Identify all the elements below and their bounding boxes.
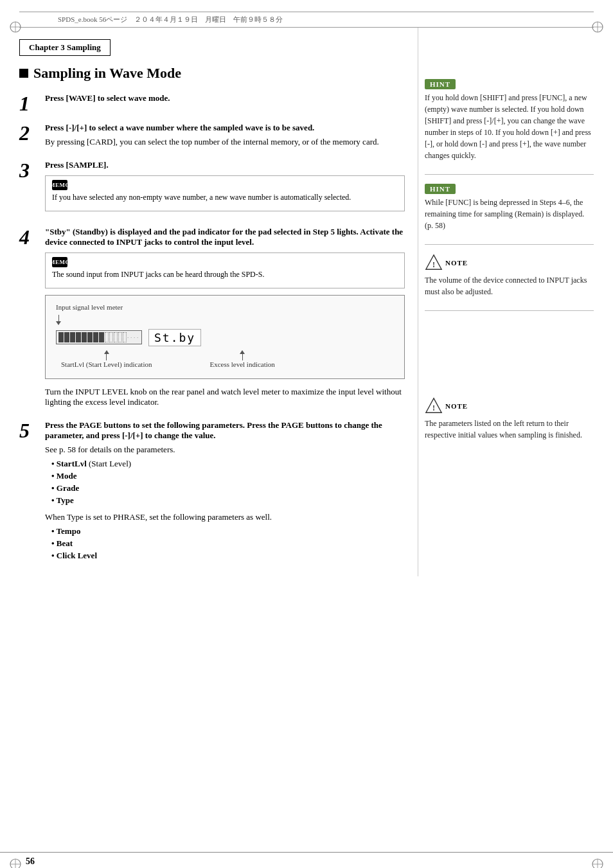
step-2-content: Press [-]/[+] to select a wave number wh…	[45, 123, 405, 151]
hint-label-1: HINT	[425, 79, 456, 89]
hint-text-1: If you hold down [SHIFT] and press [FUNC…	[425, 92, 594, 161]
step-3-memo-text: If you have selected any non-empty wave …	[52, 192, 398, 203]
reg-mark-tr	[591, 21, 604, 33]
step-4-body: Turn the INPUT LEVEL knob on the rear pa…	[45, 387, 405, 407]
page-footer: 56	[0, 852, 613, 867]
step-5-bullets1: StartLvl (Start Level) Mode Grade Type	[51, 459, 405, 506]
step-2-body: By pressing [CARD], you can select the t…	[45, 137, 405, 147]
diagram-label-top: Input signal level meter	[56, 303, 394, 311]
note-label-2: NOTE	[445, 402, 468, 410]
step-4-instruction: "Stby" (Standby) is displayed and the pa…	[45, 227, 403, 247]
bullet-mode: Mode	[51, 471, 405, 481]
chapter-box: Chapter 3 Sampling	[19, 39, 111, 56]
note-text-1: The volume of the device connected to IN…	[425, 274, 594, 297]
step-2: 2 Press [-]/[+] to select a wave number …	[19, 123, 405, 151]
level-diagram: Input signal level meter	[45, 295, 405, 379]
step-5-bullets2: Tempo Beat Click Level	[51, 526, 405, 561]
hint-text-2: While [FUNC] is being depressed in Steps…	[425, 197, 594, 231]
note-label-1: NOTE	[445, 259, 468, 267]
step-3-num: 3	[19, 160, 39, 181]
step-3-content: Press [SAMPLE]. MEMO If you have selecte…	[45, 160, 405, 218]
memo-icon: MEMO	[52, 180, 67, 190]
level-meter-row: · · · · St.by	[56, 329, 394, 346]
bullet-click-level: Click Level	[51, 551, 405, 561]
step-1-content: Press [WAVE] to select wave mode.	[45, 93, 405, 107]
step-5: 5 Press the PAGE buttons to set the foll…	[19, 420, 405, 567]
bullet-type: Type	[51, 495, 405, 506]
divider-3	[425, 310, 594, 311]
divider-2	[425, 244, 594, 245]
divider-1	[425, 174, 594, 175]
start-lvl-label: StartLvl (Start Level) indication	[61, 360, 152, 368]
step-5-content: Press the PAGE buttons to set the follow…	[45, 420, 405, 567]
hint-label-2: HINT	[425, 184, 456, 194]
hint-box-2: HINT While [FUNC] is being depressed in …	[425, 184, 594, 231]
step-4-memo: MEMO The sound input from INPUT jacks ca…	[45, 252, 405, 288]
step-3: 3 Press [SAMPLE]. MEMO If you have selec…	[19, 160, 405, 218]
svg-text:!: !	[432, 403, 435, 412]
svg-text:!: !	[432, 260, 435, 269]
bullet-beat: Beat	[51, 538, 405, 549]
note-icon-wrapper-1: ! NOTE	[425, 254, 594, 272]
side-column: HINT If you hold down [SHIFT] and press …	[418, 28, 594, 576]
step-4-num: 4	[19, 227, 39, 247]
step-5-body2: When Type is set to PHRASE, set the foll…	[45, 512, 405, 522]
step-4: 4 "Stby" (Standby) is displayed and the …	[19, 227, 405, 411]
note-icon-wrapper-2: ! NOTE	[425, 397, 594, 415]
step-1: 1 Press [WAVE] to select wave mode.	[19, 93, 405, 114]
step-5-num: 5	[19, 420, 39, 441]
step-3-instruction: Press [SAMPLE].	[45, 160, 109, 170]
bullet-grade: Grade	[51, 483, 405, 493]
step-5-body: See p. 58 for details on the parameters.	[45, 445, 405, 455]
section-title-text: Sampling in Wave Mode	[33, 65, 181, 82]
step-1-instruction: Press [WAVE] to select wave mode.	[45, 93, 170, 103]
note-box-1: ! NOTE The volume of the device connecte…	[425, 254, 594, 297]
black-square-icon	[19, 69, 28, 78]
note-icon-1: !	[425, 254, 443, 272]
two-col-layout: Chapter 3 Sampling Sampling in Wave Mode…	[19, 28, 594, 576]
step-1-num: 1	[19, 93, 39, 114]
standby-text: St.by	[148, 329, 201, 346]
excess-level-label: Excess level indication	[209, 360, 274, 368]
step-4-memo-text: The sound input from INPUT jacks can be …	[52, 269, 398, 280]
step-4-memo-label: MEMO	[52, 257, 398, 267]
step-3-memo: MEMO If you have selected any non-empty …	[45, 175, 405, 211]
step-2-num: 2	[19, 123, 39, 143]
reg-mark-tl	[9, 21, 22, 33]
step-3-memo-label: MEMO	[52, 180, 398, 190]
section-title: Sampling in Wave Mode	[19, 65, 405, 82]
page-number: 56	[26, 856, 35, 867]
main-column: Chapter 3 Sampling Sampling in Wave Mode…	[19, 28, 418, 576]
file-header: SPDS_e.book 56ページ ２０４年４月１９日 月曜日 午前９時５８分	[19, 12, 594, 28]
step-4-content: "Stby" (Standby) is displayed and the pa…	[45, 227, 405, 411]
step-2-instruction: Press [-]/[+] to select a wave number wh…	[45, 123, 314, 132]
step-5-instruction: Press the PAGE buttons to set the follow…	[45, 420, 382, 440]
note-text-2: The parameters listed on the left return…	[425, 418, 594, 441]
page-wrapper: SPDS_e.book 56ページ ２０４年４月１９日 月曜日 午前９時５８分 …	[0, 12, 613, 868]
note-box-2: ! NOTE The parameters listed on the left…	[425, 397, 594, 441]
memo-icon-2: MEMO	[52, 257, 67, 267]
hint-box-1: HINT If you hold down [SHIFT] and press …	[425, 79, 594, 161]
bullet-tempo: Tempo	[51, 526, 405, 536]
file-header-text: SPDS_e.book 56ページ ２０４年４月１９日 月曜日 午前９時５８分	[58, 15, 283, 23]
sidebar-content: HINT If you hold down [SHIFT] and press …	[425, 28, 594, 441]
chapter-label: Chapter 3 Sampling	[29, 42, 101, 52]
bullet-startlvl: StartLvl (Start Level)	[51, 459, 405, 469]
note-icon-2: !	[425, 397, 443, 415]
